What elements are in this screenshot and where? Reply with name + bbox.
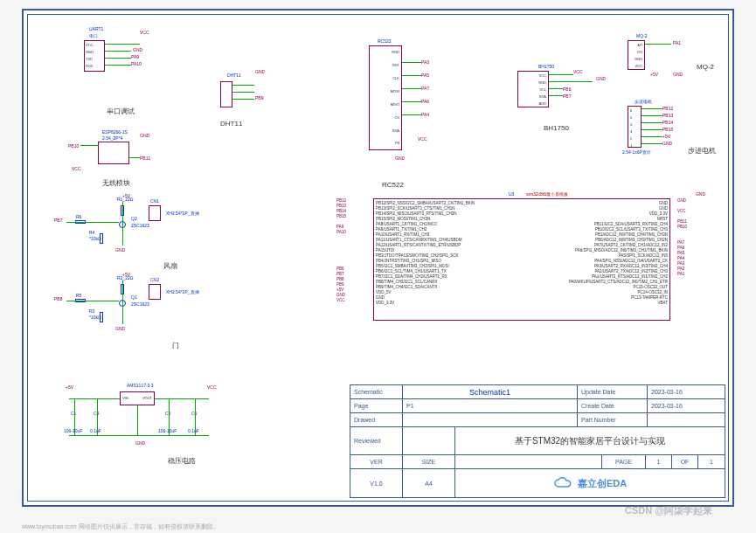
net: PA6: [421, 99, 429, 104]
net: PA7: [421, 86, 429, 91]
c2v: 106-10uF: [158, 428, 177, 433]
wire: [642, 115, 662, 116]
wire: [122, 280, 123, 324]
uart-ref: UART1: [89, 26, 103, 31]
mq-title: MQ-2: [697, 63, 714, 71]
wire: [155, 398, 209, 399]
vcc-label: VCC: [140, 30, 149, 35]
wire: [80, 145, 98, 146]
page-num: 1: [646, 455, 672, 468]
mcu-ref: U3: [509, 191, 514, 197]
wire: [549, 95, 563, 96]
c6v: 0.1uF: [188, 428, 199, 433]
update-label: Update Date: [578, 385, 648, 398]
page-label: Page: [350, 399, 403, 412]
net: PB7: [563, 93, 571, 99]
net-pb10: PB10: [68, 143, 79, 149]
vcc: VCC: [72, 166, 81, 171]
r6: R6: [76, 214, 81, 219]
net: PA3: [421, 59, 429, 65]
wire: [69, 398, 120, 399]
project-title: 基于STM32的智能家居平台设计与实现: [455, 427, 725, 454]
5v: +5V: [662, 134, 670, 139]
5v: +5V: [122, 272, 130, 277]
schematic-label: Schematic: [350, 385, 403, 398]
5v: +5V: [122, 193, 130, 198]
vreg-title: 稳压电路: [168, 456, 196, 466]
gnd: GND: [596, 76, 606, 81]
create-label: Create Date: [578, 399, 648, 412]
wire: [66, 301, 119, 301]
wifi-sub: 2.54_2P*4: [102, 135, 122, 141]
q1: Q1: [131, 294, 137, 300]
conn-type: XH2.54*2P_直插: [166, 289, 199, 294]
gnd: GND: [115, 326, 125, 331]
reviewed-value: [403, 427, 455, 454]
uart-title: 串口调试: [107, 107, 135, 116]
wire: [232, 85, 254, 86]
wire: [642, 143, 662, 144]
wifi-conn: [98, 142, 129, 164]
step-ref: 步进电机: [635, 99, 652, 104]
dht11-ref: DHT11: [227, 73, 241, 78]
wire: [232, 92, 254, 93]
gnd-label: GND: [133, 47, 142, 52]
vcc: VCC: [573, 69, 583, 74]
net-pa10: PA10: [131, 61, 142, 66]
stepper-conn: 6 5 4 3 2 1: [628, 106, 642, 148]
fan-title: 风扇: [163, 261, 177, 271]
net-pb11: PB11: [140, 156, 150, 161]
bh1750-conn: VCC GND SCL SDA ADD: [517, 71, 549, 107]
gnd: GND: [255, 69, 265, 74]
of-num: 1: [698, 455, 725, 468]
gnd: GND: [115, 247, 125, 253]
wire: [402, 114, 421, 115]
wire: [74, 398, 75, 435]
q2-type: 2SC1623: [131, 223, 149, 228]
r3v: *10kΩ: [89, 315, 101, 320]
wire: [549, 81, 593, 82]
spacer: [455, 455, 602, 468]
wire: [549, 88, 563, 89]
wire: [105, 58, 131, 59]
schematic-value: Schematic1: [403, 385, 578, 398]
door-title: 门: [172, 341, 179, 350]
net: PA5: [421, 73, 429, 78]
pageof-label: PAGE: [602, 455, 646, 468]
r5: R5: [76, 293, 81, 298]
fan-block: PB7 R6 R1_22Ω CN1 XH2.54*2P_直插 Q2 2SC162…: [54, 198, 212, 264]
vcc: VCC: [207, 384, 217, 390]
net: PB15: [662, 127, 673, 132]
r3: R3: [89, 308, 94, 314]
rc522-block: RC522 GND RST CLK MOSI MISO CS SDA P8 PA…: [369, 44, 474, 166]
wifi-block: ESP8266-1S 2.54_2P*4 GND VCC PB10 PB11: [63, 133, 168, 177]
wire: [105, 51, 131, 52]
wire: [642, 136, 662, 137]
gnd: GND: [140, 133, 149, 138]
net: PA4: [421, 112, 429, 117]
mcu-left-nets: PB12PB13PB14PB15PA9PA10PB6PB7PB8PB9+5VGN…: [336, 198, 346, 303]
dht11-conn: [220, 81, 232, 107]
bh-ref: BH1750: [538, 64, 554, 69]
ver-value: V1.0: [350, 469, 403, 497]
q1-type: 2SC1623: [131, 301, 149, 307]
wire: [402, 88, 421, 89]
wire: [642, 122, 662, 123]
wire: [122, 202, 123, 246]
of-label: OF: [672, 455, 698, 468]
net: PB12: [662, 106, 673, 111]
drawed-label: Drawed: [350, 413, 403, 426]
c1v: 106-10uF: [64, 428, 82, 433]
eda-logo: 嘉立创EDA: [455, 469, 725, 497]
door-block: PB8 R5 R2_22Ω CN2 XH2.54*2P_直插 Q1 2SC162…: [54, 277, 212, 343]
wire: [645, 44, 671, 45]
wifi-title: 无线模块: [102, 178, 130, 188]
vreg-ref: AMS1117-3.3: [127, 383, 154, 388]
bh-title: BH1750: [544, 124, 569, 132]
5v: +5V: [650, 72, 658, 77]
net: PB6: [563, 87, 571, 92]
r4: R4: [89, 230, 94, 235]
gnd: GND: [696, 191, 705, 197]
uart-sub: 串口: [89, 33, 98, 38]
mq-ref: MQ-2: [636, 33, 648, 38]
